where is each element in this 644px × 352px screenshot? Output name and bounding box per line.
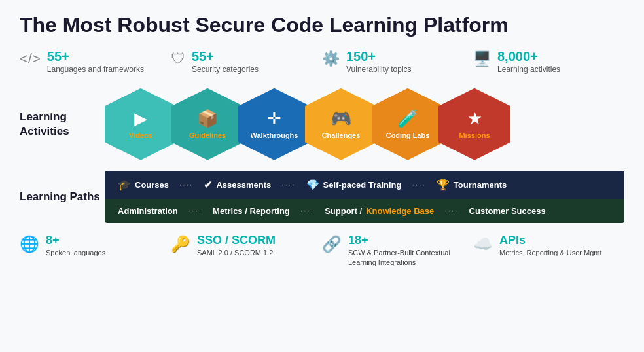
coding-labs-icon: 🧪 — [397, 109, 418, 129]
shield-icon: 🛡 — [171, 50, 185, 67]
path-administration: Administration — [118, 206, 178, 216]
dots-6: ···· — [444, 206, 458, 215]
hex-walkthroughs[interactable]: ✛ Walkthroughs — [238, 88, 310, 160]
assessments-icon: ✔ — [204, 179, 212, 191]
apis-title: APIs — [499, 234, 601, 247]
apis-label: Metrics, Reporting & User Mgmt — [499, 248, 601, 258]
path-assessments: ✔ Assessments — [204, 179, 271, 191]
stat-languages-number: 55+ — [47, 49, 144, 64]
spoken-languages-number: 8+ — [46, 234, 105, 247]
path-tournaments: 🏆 Tournaments — [437, 179, 507, 191]
challenges-icon: 🎮 — [331, 109, 351, 129]
vulnerability-icon: ⚙️ — [322, 50, 340, 67]
dots-3: ···· — [412, 180, 425, 189]
paths-row1: 🎓 Courses ···· ✔ Assessments ···· 💎 Self… — [105, 171, 624, 199]
support-label: Support / — [325, 206, 362, 216]
bottom-stat-apis: ☁️ APIs Metrics, Reporting & User Mgmt — [473, 234, 624, 268]
hex-challenges[interactable]: 🎮 Challenges — [305, 88, 377, 160]
dots-1: ···· — [179, 180, 193, 189]
path-self-paced: 💎 Self-paced Training — [306, 179, 402, 191]
hex-missions-label: Missions — [459, 132, 490, 139]
key-icon: 🔑 — [171, 235, 190, 253]
stat-languages-label: Languages and frameworks — [47, 65, 144, 74]
sso-label: SAML 2.0 / SCORM 1.2 — [197, 248, 276, 258]
stat-languages: </> 55+ Languages and frameworks — [20, 49, 171, 74]
hex-walkthroughs-label: Walkthroughs — [251, 132, 298, 139]
path-courses: 🎓 Courses — [118, 179, 169, 191]
code-icon: </> — [20, 50, 41, 67]
courses-label: Courses — [135, 180, 169, 190]
stat-vulnerability-label: Vulnerability topics — [346, 65, 412, 74]
bottom-stat-sso: 🔑 SSO / SCORM SAML 2.0 / SCORM 1.2 — [171, 234, 322, 268]
customer-success-label: Customer Success — [469, 206, 546, 216]
path-metrics: Metrics / Reporting — [213, 206, 290, 216]
courses-icon: 🎓 — [118, 179, 131, 191]
hex-videos[interactable]: ▶ Videos — [105, 88, 177, 160]
dots-5: ···· — [300, 206, 314, 215]
tournaments-icon: 🏆 — [437, 179, 450, 191]
learning-paths-label: Learning Paths — [20, 171, 105, 223]
hex-videos-label: Videos — [129, 132, 152, 139]
stat-activities-label: Learning activities — [497, 65, 560, 74]
api-icon: ☁️ — [473, 235, 493, 253]
hexagons-row: ▶ Videos 📦 Guidelines ✛ Walkthroughs 🎮 C… — [105, 88, 624, 160]
integrations-label: SCW & Partner-Built Contextual Learning … — [348, 248, 473, 268]
sso-title: SSO / SCORM — [197, 234, 276, 247]
stat-activities: 🖥️ 8,000+ Learning activities — [473, 49, 624, 74]
hex-coding-labs-label: Coding Labs — [386, 132, 430, 139]
self-paced-label: Self-paced Training — [323, 180, 402, 190]
assessments-label: Assessments — [216, 180, 271, 190]
learning-paths-section: Learning Paths 🎓 Courses ···· ✔ Assessme… — [20, 171, 624, 223]
bottom-stat-integrations: 🔗 18+ SCW & Partner-Built Contextual Lea… — [322, 234, 473, 268]
self-paced-icon: 💎 — [306, 179, 319, 191]
stat-vulnerability: ⚙️ 150+ Vulnerability topics — [322, 49, 473, 74]
paths-row2: Administration ···· Metrics / Reporting … — [105, 199, 624, 223]
top-stats-row: </> 55+ Languages and frameworks 🛡 55+ S… — [20, 49, 624, 74]
walkthroughs-icon: ✛ — [267, 109, 281, 129]
integrations-number: 18+ — [348, 234, 473, 247]
page-title: The Most Robust Secure Code Learning Pla… — [20, 13, 624, 37]
video-icon: ▶ — [134, 109, 147, 129]
dots-4: ···· — [188, 206, 202, 215]
path-customer-success: Customer Success — [469, 206, 546, 216]
globe-icon: 🌐 — [20, 235, 39, 253]
paths-content: 🎓 Courses ···· ✔ Assessments ···· 💎 Self… — [105, 171, 624, 223]
tournaments-label: Tournaments — [454, 180, 507, 190]
administration-label: Administration — [118, 206, 178, 216]
dots-2: ···· — [281, 180, 295, 189]
learning-activities-label: Learning Activities — [20, 110, 105, 139]
stat-security-number: 55+ — [192, 49, 259, 64]
stat-activities-number: 8,000+ — [497, 49, 560, 64]
stat-vulnerability-number: 150+ — [346, 49, 412, 64]
activities-icon: 🖥️ — [473, 50, 491, 67]
bottom-stats-row: 🌐 8+ Spoken languages 🔑 SSO / SCORM SAML… — [20, 234, 624, 268]
knowledge-base-link[interactable]: Knowledge Base — [366, 206, 434, 216]
learning-activities-section: Learning Activities ▶ Videos 📦 Guideline… — [20, 88, 624, 160]
missions-icon: ★ — [467, 109, 482, 129]
hex-challenges-label: Challenges — [322, 132, 361, 139]
guidelines-icon: 📦 — [197, 109, 218, 129]
hex-coding-labs[interactable]: 🧪 Coding Labs — [372, 88, 444, 160]
path-support: Support / Knowledge Base — [325, 206, 434, 216]
hex-guidelines[interactable]: 📦 Guidelines — [171, 88, 243, 160]
stat-security: 🛡 55+ Security categories — [171, 49, 322, 74]
bottom-stat-languages: 🌐 8+ Spoken languages — [20, 234, 171, 268]
spoken-languages-label: Spoken languages — [46, 248, 105, 258]
hex-guidelines-label: Guidelines — [189, 132, 226, 139]
stat-security-label: Security categories — [192, 65, 259, 74]
metrics-label: Metrics / Reporting — [213, 206, 290, 216]
integrations-icon: 🔗 — [322, 235, 342, 253]
hex-missions[interactable]: ★ Missions — [438, 88, 510, 160]
